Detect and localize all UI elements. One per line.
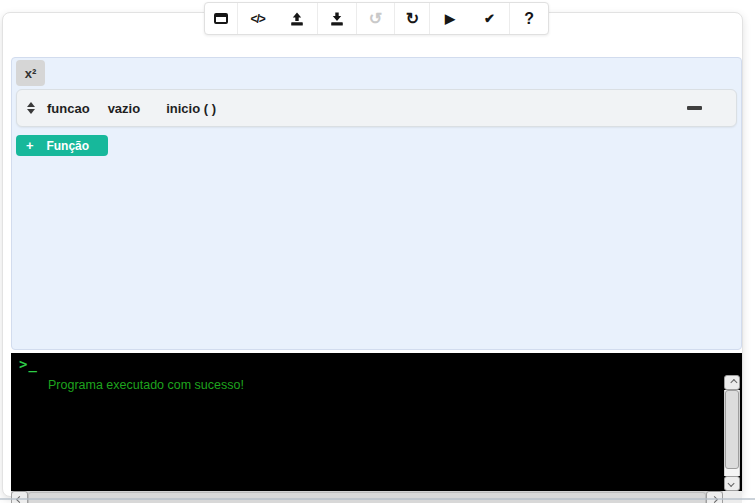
sort-up-triangle xyxy=(27,102,35,107)
scroll-right-button[interactable] xyxy=(706,491,723,503)
toolbar-group-help: ? xyxy=(510,3,548,34)
global-variables-label: x² xyxy=(25,66,37,81)
run-icon: ▶ xyxy=(445,12,455,25)
function-declaration-row[interactable]: funcao vazio inicio ( ) xyxy=(16,89,737,127)
scrollbar-corner xyxy=(723,491,742,503)
vertical-scroll-thumb[interactable] xyxy=(725,390,739,469)
console-panel: >_ Programa executado com sucesso! xyxy=(11,353,742,503)
redo-icon: ↻ xyxy=(406,11,419,27)
window-bottom-edge xyxy=(0,498,755,500)
add-function-label: Função xyxy=(34,139,108,153)
function-name: inicio ( ) xyxy=(166,101,216,116)
sort-arrows-icon[interactable] xyxy=(27,102,35,114)
function-keyword: funcao xyxy=(47,101,90,116)
vertical-scroll-track[interactable] xyxy=(724,390,740,476)
main-toolbar: </> ↺ ↻ ▶ ✔ xyxy=(204,2,549,35)
undo-icon: ↺ xyxy=(369,11,382,27)
toolbar-group-redo: ↻ xyxy=(395,3,430,34)
toggle-window-button[interactable] xyxy=(205,3,237,34)
assess-button[interactable]: ✔ xyxy=(470,3,509,34)
help-button[interactable]: ? xyxy=(510,3,548,34)
download-icon xyxy=(330,12,344,26)
upload-icon xyxy=(290,12,304,26)
toolbar-group-run: ▶ ✔ xyxy=(430,3,510,34)
toolbar-group-download xyxy=(318,3,357,34)
console-output: Programa executado com sucesso! xyxy=(11,375,724,491)
plus-icon: + xyxy=(26,139,34,152)
toolbar-group-code: </> xyxy=(238,3,318,34)
visual-program-editor: x² funcao vazio inicio ( ) + Função xyxy=(11,57,742,350)
chevron-up-icon xyxy=(730,379,737,386)
chevron-down-icon xyxy=(727,480,734,487)
console-message: Programa executado com sucesso! xyxy=(48,378,244,392)
console-body: Programa executado com sucesso! xyxy=(11,375,742,491)
run-button[interactable]: ▶ xyxy=(430,3,469,34)
upload-file-button[interactable] xyxy=(277,3,316,34)
download-file-button[interactable] xyxy=(318,3,356,34)
global-variables-tab[interactable]: x² xyxy=(16,60,45,86)
horizontal-scroll-track[interactable] xyxy=(28,491,706,503)
scroll-down-button[interactable] xyxy=(724,476,740,491)
scroll-up-button[interactable] xyxy=(724,375,740,390)
toolbar-group-undo: ↺ xyxy=(357,3,396,34)
terminal-prompt-icon: >_ xyxy=(19,356,38,372)
function-return-type: vazio xyxy=(108,101,141,116)
scroll-left-button[interactable] xyxy=(11,491,28,503)
horizontal-scrollbar[interactable] xyxy=(11,491,723,503)
help-icon: ? xyxy=(524,11,534,27)
toolbar-group-window xyxy=(205,3,238,34)
horizontal-scrollbar-row xyxy=(11,491,742,503)
console-header[interactable]: >_ xyxy=(11,353,742,375)
collapse-function-button[interactable] xyxy=(687,106,702,110)
textual-code-button[interactable]: </> xyxy=(238,3,277,34)
window-restore-icon xyxy=(214,13,228,24)
undo-button[interactable]: ↺ xyxy=(357,3,395,34)
redo-button[interactable]: ↻ xyxy=(395,3,429,34)
app-container: x² funcao vazio inicio ( ) + Função >_ P… xyxy=(2,12,743,497)
add-function-button[interactable]: + Função xyxy=(16,135,108,156)
assess-icon: ✔ xyxy=(484,12,495,25)
vertical-scrollbar[interactable] xyxy=(724,375,740,491)
sort-down-triangle xyxy=(27,109,35,114)
code-view-icon: </> xyxy=(250,13,264,25)
